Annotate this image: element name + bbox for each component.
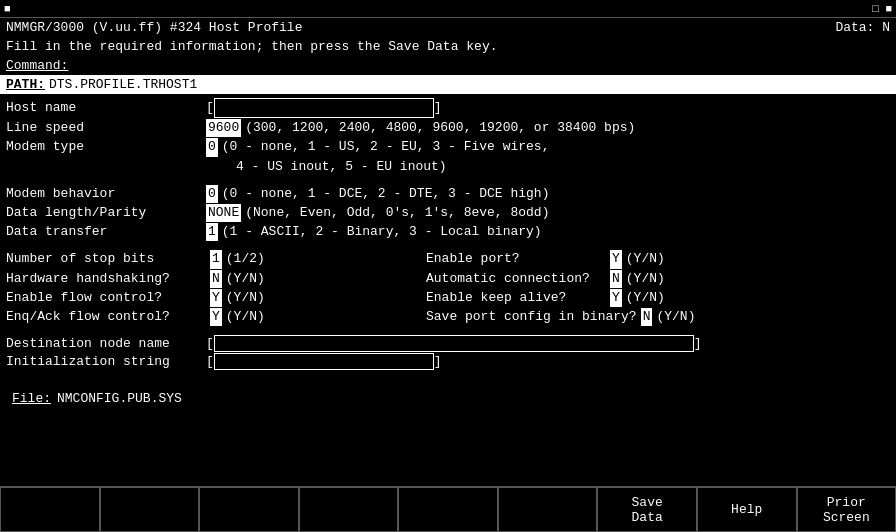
host-name-input[interactable]: [214, 98, 434, 118]
save-port-value[interactable]: N: [641, 308, 653, 326]
line-speed-value[interactable]: 9600: [206, 119, 241, 137]
enable-port-desc: (Y/N): [626, 250, 665, 268]
save-data-button[interactable]: Save Data: [597, 487, 697, 532]
data-transfer-desc: (1 - ASCII, 2 - Binary, 3 - Local binary…: [222, 223, 542, 241]
keep-alive-value[interactable]: Y: [610, 289, 622, 307]
flow-control-desc: (Y/N): [226, 289, 265, 307]
two-col-section: Number of stop bits 1 (1/2) Hardware han…: [6, 250, 890, 327]
modem-type-desc1: (0 - none, 1 - US, 2 - EU, 3 - Five wire…: [222, 138, 550, 156]
init-string-input[interactable]: [214, 353, 434, 370]
hw-handshake-desc: (Y/N): [226, 270, 265, 288]
main-content: Host name [ ] Line speed 9600 (300, 1200…: [0, 94, 896, 486]
screen: ■ □ ■ NMMGR/3000 (V.uu.ff) #324 Host Pro…: [0, 0, 896, 532]
auto-conn-desc: (Y/N): [626, 270, 665, 288]
status-cell-2[interactable]: [100, 487, 200, 532]
file-label: File:: [12, 391, 51, 406]
modem-type-row: Modem type 0 (0 - none, 1 - US, 2 - EU, …: [6, 138, 890, 156]
path-value: DTS.PROFILE.TRHOST1: [49, 77, 197, 92]
flow-control-value[interactable]: Y: [210, 289, 222, 307]
app-title: NMMGR/3000 (V.uu.ff) #324 Host Profile: [6, 20, 302, 35]
help-button[interactable]: Help: [697, 487, 797, 532]
file-line: File: NMCONFIG.PUB.SYS: [6, 387, 890, 410]
col-left: Number of stop bits 1 (1/2) Hardware han…: [6, 250, 386, 327]
save-port-row: Save port config in binary? N (Y/N): [426, 308, 890, 326]
modem-behavior-label: Modem behavior: [6, 185, 206, 203]
modem-type-desc2: 4 - US inout, 5 - EU inout): [236, 158, 447, 176]
enable-port-row: Enable port? Y (Y/N): [426, 250, 890, 268]
path-line: PATH: DTS.PROFILE.TRHOST1: [0, 75, 896, 94]
modem-behavior-value[interactable]: 0: [206, 185, 218, 203]
status-cell-4[interactable]: [299, 487, 399, 532]
status-cell-6[interactable]: [498, 487, 598, 532]
col-right: Enable port? Y (Y/N) Automatic connectio…: [426, 250, 890, 327]
flow-control-label: Enable flow control?: [6, 289, 206, 307]
enq-ack-label: Enq/Ack flow control?: [6, 308, 206, 326]
modem-behavior-row: Modem behavior 0 (0 - none, 1 - DCE, 2 -…: [6, 185, 890, 203]
data-length-value[interactable]: NONE: [206, 204, 241, 222]
status-bar: Save Data Help Prior Screen: [0, 486, 896, 532]
instruction-text: Fill in the required information; then p…: [6, 39, 497, 54]
modem-behavior-desc: (0 - none, 1 - DCE, 2 - DTE, 3 - DCE hig…: [222, 185, 550, 203]
host-name-label: Host name: [6, 99, 206, 117]
stop-bits-desc: (1/2): [226, 250, 265, 268]
auto-conn-row: Automatic connection? N (Y/N): [426, 270, 890, 288]
init-string-label: Initialization string: [6, 354, 206, 369]
chrome-left: ■: [4, 3, 11, 15]
enq-ack-desc: (Y/N): [226, 308, 265, 326]
prior-screen-button[interactable]: Prior Screen: [797, 487, 897, 532]
status-cell-1[interactable]: [0, 487, 100, 532]
init-string-row: Initialization string [ ]: [6, 353, 890, 370]
window-chrome: ■ □ ■: [0, 0, 896, 18]
status-cell-3[interactable]: [199, 487, 299, 532]
line-speed-label: Line speed: [6, 119, 206, 137]
auto-conn-label: Automatic connection?: [426, 270, 606, 288]
enable-port-value[interactable]: Y: [610, 250, 622, 268]
instruction-line: Fill in the required information; then p…: [0, 37, 896, 56]
stop-bits-value[interactable]: 1: [210, 250, 222, 268]
chrome-right: □ ■: [872, 3, 892, 15]
enable-port-label: Enable port?: [426, 250, 606, 268]
modem-type-spacer: [6, 158, 206, 176]
save-port-label: Save port config in binary?: [426, 308, 637, 326]
command-line: Command:: [0, 56, 896, 75]
modem-type-value[interactable]: 0: [206, 138, 218, 156]
file-value: NMCONFIG.PUB.SYS: [57, 391, 182, 406]
status-cell-5[interactable]: [398, 487, 498, 532]
data-length-desc: (None, Even, Odd, 0's, 1's, 8eve, 8odd): [245, 204, 549, 222]
keep-alive-row: Enable keep alive? Y (Y/N): [426, 289, 890, 307]
path-label: PATH:: [6, 77, 45, 92]
keep-alive-label: Enable keep alive?: [426, 289, 606, 307]
dest-node-row: Destination node name [ ]: [6, 335, 890, 352]
data-transfer-label: Data transfer: [6, 223, 206, 241]
hw-handshake-label: Hardware handshaking?: [6, 270, 206, 288]
stop-bits-row: Number of stop bits 1 (1/2): [6, 250, 386, 268]
data-status: Data: N: [835, 20, 890, 35]
hw-handshake-value[interactable]: N: [210, 270, 222, 288]
title-bar: NMMGR/3000 (V.uu.ff) #324 Host Profile D…: [0, 18, 896, 37]
data-length-label: Data length/Parity: [6, 204, 206, 222]
dest-node-label: Destination node name: [6, 336, 206, 351]
save-port-desc: (Y/N): [656, 308, 695, 326]
stop-bits-label: Number of stop bits: [6, 250, 206, 268]
modem-type-row2: 4 - US inout, 5 - EU inout): [6, 158, 890, 176]
auto-conn-value[interactable]: N: [610, 270, 622, 288]
modem-type-label: Modem type: [6, 138, 206, 156]
hw-handshake-row: Hardware handshaking? N (Y/N): [6, 270, 386, 288]
host-name-row: Host name [ ]: [6, 98, 890, 118]
line-speed-desc: (300, 1200, 2400, 4800, 9600, 19200, or …: [245, 119, 635, 137]
data-transfer-row: Data transfer 1 (1 - ASCII, 2 - Binary, …: [6, 223, 890, 241]
keep-alive-desc: (Y/N): [626, 289, 665, 307]
line-speed-row: Line speed 9600 (300, 1200, 2400, 4800, …: [6, 119, 890, 137]
enq-ack-row: Enq/Ack flow control? Y (Y/N): [6, 308, 386, 326]
flow-control-row: Enable flow control? Y (Y/N): [6, 289, 386, 307]
data-transfer-value[interactable]: 1: [206, 223, 218, 241]
data-length-row: Data length/Parity NONE (None, Even, Odd…: [6, 204, 890, 222]
command-label: Command:: [6, 58, 68, 73]
dest-node-input[interactable]: [214, 335, 694, 352]
enq-ack-value[interactable]: Y: [210, 308, 222, 326]
